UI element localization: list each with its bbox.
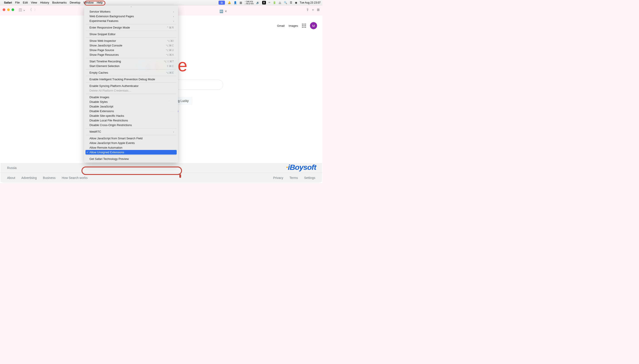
account-avatar[interactable]: M bbox=[310, 22, 317, 29]
menu-shortcut: ⇧⌘C bbox=[166, 64, 174, 68]
window-close-button[interactable] bbox=[3, 8, 5, 11]
chevron-down-icon: ⌄ bbox=[23, 8, 26, 12]
menu-item-disable-extensions[interactable]: Disable Extensions bbox=[84, 109, 178, 114]
macos-menubar: Safari File Edit View History Bookmarks … bbox=[0, 0, 322, 5]
menu-window[interactable]: Window bbox=[84, 1, 94, 4]
menu-item-label: Show Web Inspector bbox=[89, 39, 116, 42]
menubar-status-area: ⧉ 🔔 👤 ▥ ↑ 346 K/s↓ 93.2 K/s 🔊 A ⌔ 🔋 ⧋ 🔍 … bbox=[219, 1, 321, 5]
menu-item-start-element-selection[interactable]: Start Element Selection⇧⌘C bbox=[84, 64, 178, 68]
gmail-link[interactable]: Gmail bbox=[277, 24, 285, 28]
menu-item-label: Service Workers bbox=[89, 10, 110, 13]
menu-item-get-safari-technology-preview[interactable]: Get Safari Technology Preview bbox=[84, 156, 178, 161]
menu-item-experimental-features[interactable]: Experimental Features› bbox=[84, 18, 178, 23]
menu-shortcut: ⌥⌘A bbox=[166, 53, 174, 56]
menubar-datetime[interactable]: Tue Aug 23 23:07 bbox=[300, 1, 321, 4]
menu-item-empty-caches[interactable]: Empty Caches⌥⌘E bbox=[84, 70, 178, 75]
footer-link-settings[interactable]: Settings bbox=[304, 176, 315, 180]
google-top-right: Gmail Images M bbox=[277, 22, 317, 29]
menu-item-allow-remote-automation[interactable]: Allow Remote Automation bbox=[84, 145, 178, 150]
menu-item-label: Allow JavaScript from Apple Events bbox=[89, 141, 135, 145]
menu-item-label: Show Page Resources bbox=[89, 53, 119, 56]
control-center-icon[interactable]: ☰ bbox=[290, 1, 292, 4]
battery-icon[interactable]: 🔋 bbox=[273, 1, 276, 4]
menu-file[interactable]: File bbox=[15, 1, 20, 4]
menu-bookmarks[interactable]: Bookmarks bbox=[52, 1, 67, 4]
menu-item-allow-javascript-from-apple-events[interactable]: Allow JavaScript from Apple Events bbox=[84, 141, 178, 145]
menu-item-label: Disable Cross-Origin Restrictions bbox=[89, 124, 132, 127]
window-minimize-button[interactable] bbox=[7, 8, 10, 11]
menu-edit[interactable]: Edit bbox=[23, 1, 28, 4]
menu-item-label: Enter Responsive Design Mode bbox=[89, 26, 130, 29]
menu-item-web-extension-background-pages[interactable]: Web Extension Background Pages› bbox=[84, 14, 178, 18]
menu-develop[interactable]: Develop bbox=[70, 1, 80, 4]
siri-icon[interactable]: ◉ bbox=[295, 1, 297, 4]
wifi-icon[interactable]: ⧋ bbox=[279, 1, 281, 4]
stop-reload-icon[interactable]: ✕ bbox=[225, 10, 227, 13]
menu-item-label: Disable Extensions bbox=[89, 110, 114, 113]
images-link[interactable]: Images bbox=[289, 24, 298, 28]
google-apps-icon[interactable] bbox=[302, 24, 306, 28]
menu-separator bbox=[86, 128, 176, 128]
footer-link-terms[interactable]: Terms bbox=[289, 176, 298, 180]
menu-history[interactable]: History bbox=[40, 1, 49, 4]
footer-link-how-search-works[interactable]: How Search works bbox=[62, 176, 88, 180]
footer-link-advertising[interactable]: Advertising bbox=[22, 176, 37, 180]
menu-item-enable-syncing-platform-authenticator[interactable]: Enable Syncing Platform Authenticator bbox=[84, 84, 178, 88]
menu-view[interactable]: View bbox=[31, 1, 37, 4]
menu-item-enable-intelligent-tracking-prevention-debug-mode[interactable]: Enable Intelligent Tracking Prevention D… bbox=[84, 77, 178, 82]
user-icon[interactable]: 👤 bbox=[234, 1, 237, 4]
menu-item-allow-unsigned-extensions[interactable]: Allow Unsigned Extensions bbox=[85, 150, 177, 154]
menu-item-label: Start Element Selection bbox=[89, 64, 120, 68]
menu-separator bbox=[86, 156, 176, 156]
menu-item-start-timeline-recording[interactable]: Start Timeline Recording⌥⇧⌘T bbox=[84, 59, 178, 64]
window-zoom-button[interactable] bbox=[12, 8, 14, 11]
tab-overview-button[interactable]: ⊞ bbox=[317, 8, 320, 12]
menu-item-show-page-source[interactable]: Show Page Source⌥⌘U bbox=[84, 48, 178, 52]
battery-menu-icon[interactable]: ▥ bbox=[240, 1, 242, 4]
app-name[interactable]: Safari bbox=[4, 1, 12, 4]
menu-separator bbox=[86, 24, 176, 24]
translate-icon[interactable]: 🔤 bbox=[220, 10, 223, 13]
sidebar-toggle-button[interactable]: ◫ ⌄ bbox=[18, 7, 26, 12]
menu-item-show-page-resources[interactable]: Show Page Resources⌥⌘A bbox=[84, 52, 178, 57]
menu-separator bbox=[86, 76, 176, 76]
back-button[interactable]: 〈 bbox=[29, 8, 32, 12]
menu-item-label: Web Extension Background Pages bbox=[89, 14, 134, 18]
menu-item-label: WebRTC bbox=[89, 130, 101, 133]
footer-link-business[interactable]: Business bbox=[43, 176, 56, 180]
menu-item-label: Empty Caches bbox=[89, 71, 108, 74]
menu-item-service-workers[interactable]: Service Workers› bbox=[84, 9, 178, 14]
share-button[interactable]: ⇪ bbox=[306, 8, 309, 12]
menu-help[interactable]: Help bbox=[97, 1, 103, 4]
menu-item-disable-images[interactable]: Disable Images bbox=[84, 95, 178, 100]
footer-link-privacy[interactable]: Privacy bbox=[273, 176, 283, 180]
menu-shortcut: ⌥⌘C bbox=[166, 44, 174, 47]
menu-item-disable-styles[interactable]: Disable Styles bbox=[84, 100, 178, 104]
volume-icon[interactable]: 🔊 bbox=[256, 1, 260, 4]
input-source-icon[interactable]: A bbox=[262, 1, 266, 4]
footer-link-about[interactable]: About bbox=[7, 176, 15, 180]
menu-item-label: Allow Remote Automation bbox=[89, 146, 122, 149]
bluetooth-icon[interactable]: ⌔ bbox=[269, 1, 270, 4]
new-tab-button[interactable]: ＋ bbox=[311, 8, 315, 12]
menu-item-label: Enable Syncing Platform Authenticator bbox=[89, 84, 139, 88]
search-spotlight-icon[interactable]: 🔍 bbox=[284, 1, 287, 4]
menu-item-label: Show Page Source bbox=[89, 48, 114, 52]
menu-item-disable-javascript[interactable]: Disable JavaScript bbox=[84, 104, 178, 109]
menu-item-disable-local-file-restrictions[interactable]: Disable Local File Restrictions bbox=[84, 118, 178, 123]
menu-scroll-up-icon[interactable]: ⌃ bbox=[84, 6, 178, 9]
menu-item-label: Start Timeline Recording bbox=[89, 60, 121, 63]
menu-item-show-snippet-editor[interactable]: Show Snippet Editor bbox=[84, 32, 178, 36]
forward-button: 〉 bbox=[34, 8, 38, 12]
screen-mirroring-icon[interactable]: ⧉ bbox=[219, 1, 225, 5]
menu-separator bbox=[86, 31, 176, 31]
menu-item-enter-responsive-design-mode[interactable]: Enter Responsive Design Mode⌃⌘R bbox=[84, 25, 178, 30]
notifications-icon[interactable]: 🔔 bbox=[228, 1, 231, 4]
menu-item-label: Disable JavaScript bbox=[89, 105, 113, 108]
menu-item-show-web-inspector[interactable]: Show Web Inspector⌥⌘I bbox=[84, 38, 178, 43]
menu-item-webrtc[interactable]: WebRTC› bbox=[84, 129, 178, 134]
menu-item-allow-javascript-from-smart-search-field[interactable]: Allow JavaScript from Smart Search Field bbox=[84, 136, 178, 141]
menu-item-show-javascript-console[interactable]: Show JavaScript Console⌥⌘C bbox=[84, 43, 178, 48]
menu-item-disable-cross-origin-restrictions[interactable]: Disable Cross-Origin Restrictions bbox=[84, 123, 178, 128]
menu-item-disable-site-specific-hacks[interactable]: Disable Site-specific Hacks bbox=[84, 114, 178, 118]
